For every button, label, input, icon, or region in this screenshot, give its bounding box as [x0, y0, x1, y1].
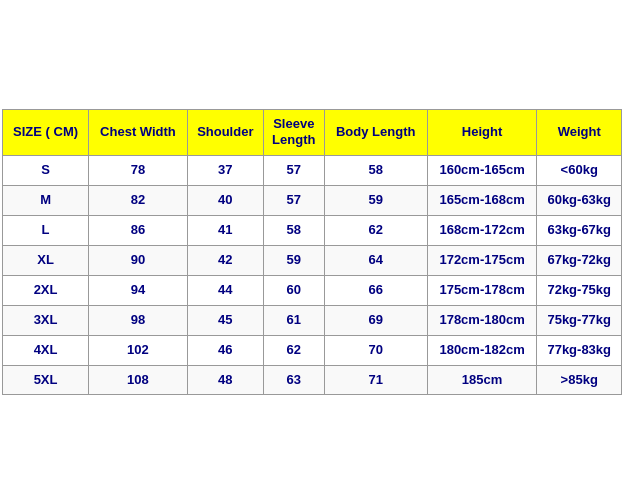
table-row: 2XL94446066175cm-178cm72kg-75kg — [3, 275, 622, 305]
cell-r4-c3: 60 — [263, 275, 324, 305]
cell-r0-c2: 37 — [187, 156, 263, 186]
cell-r5-c4: 69 — [324, 305, 427, 335]
cell-r3-c5: 172cm-175cm — [427, 246, 537, 276]
column-header-1: Chest Width — [89, 109, 188, 156]
cell-r3-c0: XL — [3, 246, 89, 276]
table-row: XL90425964172cm-175cm67kg-72kg — [3, 246, 622, 276]
cell-r3-c6: 67kg-72kg — [537, 246, 622, 276]
table-row: L86415862168cm-172cm63kg-67kg — [3, 216, 622, 246]
cell-r5-c0: 3XL — [3, 305, 89, 335]
cell-r6-c0: 4XL — [3, 335, 89, 365]
cell-r4-c2: 44 — [187, 275, 263, 305]
cell-r2-c4: 62 — [324, 216, 427, 246]
cell-r6-c2: 46 — [187, 335, 263, 365]
cell-r0-c0: S — [3, 156, 89, 186]
cell-r2-c5: 168cm-172cm — [427, 216, 537, 246]
column-header-4: Body Length — [324, 109, 427, 156]
cell-r5-c5: 178cm-180cm — [427, 305, 537, 335]
cell-r4-c6: 72kg-75kg — [537, 275, 622, 305]
cell-r3-c3: 59 — [263, 246, 324, 276]
cell-r2-c0: L — [3, 216, 89, 246]
cell-r7-c6: >85kg — [537, 365, 622, 395]
cell-r7-c1: 108 — [89, 365, 188, 395]
cell-r7-c5: 185cm — [427, 365, 537, 395]
cell-r0-c5: 160cm-165cm — [427, 156, 537, 186]
cell-r1-c0: M — [3, 186, 89, 216]
cell-r3-c4: 64 — [324, 246, 427, 276]
cell-r1-c5: 165cm-168cm — [427, 186, 537, 216]
cell-r1-c3: 57 — [263, 186, 324, 216]
table-row: S78375758160cm-165cm<60kg — [3, 156, 622, 186]
cell-r6-c3: 62 — [263, 335, 324, 365]
cell-r5-c1: 98 — [89, 305, 188, 335]
column-header-2: Shoulder — [187, 109, 263, 156]
cell-r4-c5: 175cm-178cm — [427, 275, 537, 305]
cell-r7-c2: 48 — [187, 365, 263, 395]
cell-r1-c6: 60kg-63kg — [537, 186, 622, 216]
table-row: 4XL102466270180cm-182cm77kg-83kg — [3, 335, 622, 365]
column-header-3: SleeveLength — [263, 109, 324, 156]
cell-r3-c2: 42 — [187, 246, 263, 276]
cell-r2-c2: 41 — [187, 216, 263, 246]
cell-r4-c1: 94 — [89, 275, 188, 305]
cell-r0-c6: <60kg — [537, 156, 622, 186]
cell-r5-c3: 61 — [263, 305, 324, 335]
cell-r3-c1: 90 — [89, 246, 188, 276]
cell-r5-c2: 45 — [187, 305, 263, 335]
cell-r6-c5: 180cm-182cm — [427, 335, 537, 365]
cell-r4-c0: 2XL — [3, 275, 89, 305]
cell-r0-c1: 78 — [89, 156, 188, 186]
cell-r2-c3: 58 — [263, 216, 324, 246]
table-row: M82405759165cm-168cm60kg-63kg — [3, 186, 622, 216]
cell-r0-c4: 58 — [324, 156, 427, 186]
cell-r2-c6: 63kg-67kg — [537, 216, 622, 246]
cell-r1-c1: 82 — [89, 186, 188, 216]
cell-r4-c4: 66 — [324, 275, 427, 305]
table-row: 5XL108486371185cm>85kg — [3, 365, 622, 395]
cell-r1-c4: 59 — [324, 186, 427, 216]
size-chart: SIZE ( CM)Chest WidthShoulderSleeveLengt… — [2, 109, 622, 396]
cell-r0-c3: 57 — [263, 156, 324, 186]
column-header-0: SIZE ( CM) — [3, 109, 89, 156]
cell-r2-c1: 86 — [89, 216, 188, 246]
cell-r1-c2: 40 — [187, 186, 263, 216]
cell-r6-c4: 70 — [324, 335, 427, 365]
column-header-5: Height — [427, 109, 537, 156]
cell-r6-c6: 77kg-83kg — [537, 335, 622, 365]
cell-r6-c1: 102 — [89, 335, 188, 365]
cell-r5-c6: 75kg-77kg — [537, 305, 622, 335]
table-row: 3XL98456169178cm-180cm75kg-77kg — [3, 305, 622, 335]
cell-r7-c0: 5XL — [3, 365, 89, 395]
column-header-6: Weight — [537, 109, 622, 156]
cell-r7-c3: 63 — [263, 365, 324, 395]
cell-r7-c4: 71 — [324, 365, 427, 395]
